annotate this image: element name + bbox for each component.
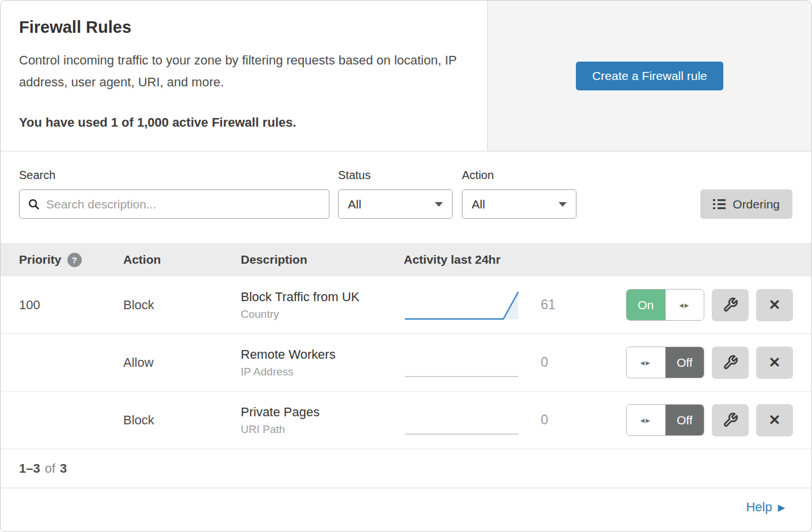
ordering-button[interactable]: Ordering (700, 189, 792, 219)
toggle-state-label: Off (665, 347, 704, 378)
edit-rule-button[interactable] (712, 347, 749, 379)
wrench-icon (723, 412, 738, 428)
action-value: Allow (123, 355, 241, 370)
edit-rule-button[interactable] (712, 289, 749, 321)
description-cell: Block Traffic from UK Country (241, 290, 404, 321)
table-row: 100 Block Block Traffic from UK Country … (1, 276, 811, 334)
row-controls: Off ◂▸ ✕ (626, 404, 793, 436)
action-value: Block (123, 298, 241, 313)
help-link[interactable]: Help ▶ (746, 500, 785, 515)
row-controls: On ◂▸ ✕ (626, 289, 793, 321)
help-row: Help ▶ (1, 488, 811, 526)
status-select[interactable]: All (338, 189, 453, 219)
chevron-down-icon (559, 202, 567, 207)
table-header: Priority ? Action Description Activity l… (1, 243, 811, 276)
rule-type: URI Path (241, 423, 404, 436)
rule-description: Private Pages (241, 405, 404, 420)
search-label: Search (19, 169, 329, 182)
description-cell: Private Pages URI Path (241, 405, 404, 436)
create-firewall-rule-button[interactable]: Create a Firewall rule (576, 62, 723, 90)
enable-toggle[interactable]: Off ◂▸ (626, 347, 704, 378)
activity-sparkline (404, 345, 525, 381)
priority-help-icon[interactable]: ? (67, 253, 82, 267)
activity-count: 0 (525, 355, 626, 370)
close-icon: ✕ (769, 354, 781, 371)
rule-type: Country (241, 308, 404, 321)
wrench-icon (723, 297, 738, 313)
usage-summary: You have used 1 of 1,000 active Firewall… (19, 115, 469, 130)
pagination-of: of (45, 461, 55, 476)
ordering-button-label: Ordering (733, 197, 780, 211)
table-row: Block Private Pages URI Path 0 Off ◂▸ ✕ (1, 392, 811, 449)
search-icon (28, 198, 40, 211)
firewall-rules-page: Firewall Rules Control incoming traffic … (0, 0, 812, 532)
action-value: Block (123, 413, 241, 428)
search-box[interactable] (19, 189, 329, 219)
rule-description: Remote Workers (241, 347, 404, 362)
pagination: 1–3 of 3 (1, 449, 811, 488)
pagination-range: 1–3 (19, 461, 40, 476)
pagination-total: 3 (60, 461, 67, 476)
drag-handle-icon: ◂▸ (627, 405, 665, 435)
close-icon: ✕ (769, 412, 781, 428)
search-input[interactable] (46, 197, 321, 211)
toggle-state-label: On (627, 290, 666, 320)
delete-rule-button[interactable]: ✕ (756, 404, 793, 436)
close-icon: ✕ (769, 297, 781, 313)
activity-count: 0 (525, 412, 626, 428)
edit-rule-button[interactable] (712, 404, 749, 436)
priority-value: 100 (19, 298, 123, 313)
column-priority: Priority ? (19, 253, 123, 267)
column-description: Description (241, 253, 404, 267)
drag-handle-icon: ◂▸ (666, 290, 704, 320)
description-cell: Remote Workers IP Address (241, 347, 404, 378)
chevron-down-icon (435, 202, 443, 207)
wrench-icon (723, 355, 738, 370)
status-select-value: All (348, 197, 361, 211)
action-filter: Action All (462, 169, 576, 219)
filter-bar: Search Status All Action All (1, 151, 811, 243)
rule-description: Block Traffic from UK (241, 290, 404, 305)
activity-sparkline (404, 287, 525, 323)
enable-toggle[interactable]: Off ◂▸ (626, 404, 704, 436)
status-label: Status (338, 169, 453, 182)
action-label: Action (462, 169, 576, 182)
page-title: Firewall Rules (19, 18, 469, 37)
help-link-label: Help (746, 500, 772, 515)
column-action: Action (123, 253, 241, 267)
column-activity: Activity last 24hr (404, 253, 626, 267)
table-row: Allow Remote Workers IP Address 0 Off ◂▸… (1, 334, 811, 392)
delete-rule-button[interactable]: ✕ (756, 347, 793, 379)
cta-panel: Create a Firewall rule (487, 1, 811, 151)
drag-handle-icon: ◂▸ (627, 347, 665, 378)
status-filter: Status All (338, 169, 453, 219)
row-controls: Off ◂▸ ✕ (626, 347, 793, 379)
column-priority-label: Priority (19, 253, 62, 267)
rule-type: IP Address (241, 366, 404, 378)
activity-sparkline (404, 402, 525, 438)
activity-count: 61 (525, 297, 626, 313)
search-filter: Search (19, 169, 329, 219)
delete-rule-button[interactable]: ✕ (756, 289, 793, 321)
action-select-value: All (472, 197, 485, 211)
page-description: Control incoming traffic to your zone by… (19, 50, 465, 93)
action-select[interactable]: All (462, 189, 576, 219)
toggle-state-label: Off (665, 405, 704, 435)
arrow-right-icon: ▶ (778, 502, 785, 513)
ordered-list-icon (713, 199, 726, 210)
page-header: Firewall Rules Control incoming traffic … (1, 1, 811, 151)
intro-panel: Firewall Rules Control incoming traffic … (1, 1, 487, 151)
enable-toggle[interactable]: On ◂▸ (626, 289, 704, 321)
